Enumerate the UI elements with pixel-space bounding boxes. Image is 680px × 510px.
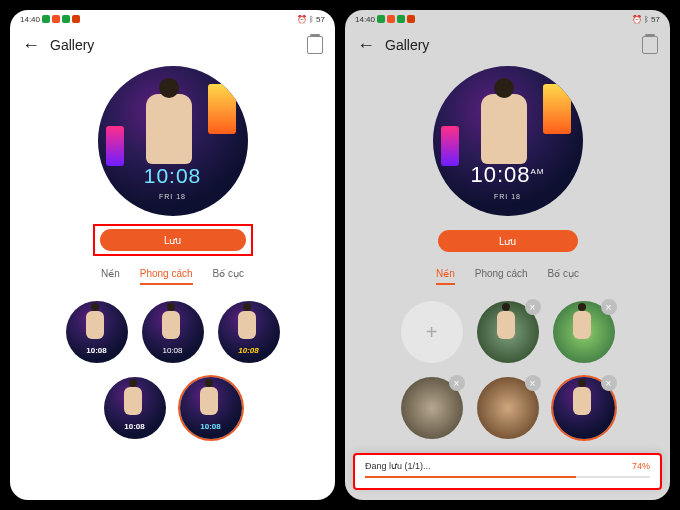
thumb-time: 10:08 (180, 422, 242, 431)
watchface-preview-wrap: 10:08 FRI 18 (10, 62, 335, 216)
tabs: Nền Phong cách Bố cục (10, 258, 335, 293)
tabs: Nền Phong cách Bố cục (345, 258, 670, 293)
save-wrap: Lưu (345, 216, 670, 258)
neon-decor (106, 126, 124, 166)
battery-icon: 57 (651, 15, 660, 24)
remove-bg-button[interactable]: × (449, 375, 465, 391)
plus-icon: + (426, 321, 438, 344)
status-icon (42, 15, 50, 23)
watchface-preview: 10:08 FRI 18 (98, 66, 248, 216)
thumb-time: 10:08 (104, 422, 166, 431)
save-button[interactable]: Lưu (438, 230, 578, 252)
page-title: Gallery (50, 37, 297, 53)
save-button[interactable]: Lưu (100, 229, 246, 251)
bg-thumb-wrap: × (553, 377, 615, 439)
bg-thumb-wrap: × (401, 377, 463, 439)
back-button[interactable]: ← (357, 35, 375, 56)
page-title: Gallery (385, 37, 632, 53)
thumb-time: 10:08 (142, 346, 204, 355)
tab-nen[interactable]: Nền (101, 268, 120, 285)
thumb-time: 10:08 (218, 346, 280, 355)
neon-decor (441, 126, 459, 166)
status-bar: 14:40 ⏰ ᛒ 57 (10, 10, 335, 28)
thumb-time: 10:08 (66, 346, 128, 355)
back-button[interactable]: ← (22, 35, 40, 56)
status-icon (62, 15, 70, 23)
tab-bocuc[interactable]: Bố cục (548, 268, 579, 285)
remove-bg-button[interactable]: × (525, 299, 541, 315)
battery-icon: 57 (316, 15, 325, 24)
alarm-icon: ⏰ (632, 15, 642, 24)
progress-label: Đang lưu (1/1)... (365, 461, 431, 471)
delete-button[interactable] (642, 36, 658, 54)
remove-bg-button[interactable]: × (601, 375, 617, 391)
remove-bg-button[interactable]: × (525, 375, 541, 391)
progress-percent: 74% (632, 461, 650, 471)
progress-fill (365, 476, 576, 478)
bg-thumb-wrap: × (477, 301, 539, 363)
highlight-annotation: Lưu (93, 224, 253, 256)
status-icon (72, 15, 80, 23)
neon-decor (543, 84, 571, 134)
status-icon (387, 15, 395, 23)
status-time: 14:40 (355, 15, 375, 24)
style-thumb[interactable]: 10:08 (142, 301, 204, 363)
clock-date: FRI 18 (98, 193, 248, 200)
background-thumbnails: + × × × × × (345, 293, 670, 447)
progress-bar (365, 476, 650, 478)
style-thumb-selected[interactable]: 10:08 (180, 377, 242, 439)
add-background-button[interactable]: + (401, 301, 463, 363)
style-thumbnails: 10:08 10:08 10:08 10:08 10:08 (10, 293, 335, 447)
person-figure (146, 94, 192, 164)
person-figure (481, 94, 527, 164)
remove-bg-button[interactable]: × (601, 299, 617, 315)
status-icon (397, 15, 405, 23)
tab-bocuc[interactable]: Bố cục (213, 268, 244, 285)
watchface-preview-wrap: 10:08AM FRI 18 (345, 62, 670, 216)
alarm-icon: ⏰ (297, 15, 307, 24)
delete-button[interactable] (307, 36, 323, 54)
clock-time: 10:08AM (433, 162, 583, 188)
status-icon (377, 15, 385, 23)
tab-phongcach[interactable]: Phong cách (475, 268, 528, 285)
phone-screen-left: 14:40 ⏰ ᛒ 57 ← Gallery 10:08 FRI 18 Lưu … (10, 10, 335, 500)
top-bar: ← Gallery (345, 28, 670, 62)
phone-screen-right: 14:40 ⏰ ᛒ 57 ← Gallery 10:08AM FRI 18 Lư… (345, 10, 670, 500)
status-time: 14:40 (20, 15, 40, 24)
saving-progress-sheet: Đang lưu (1/1)... 74% (353, 453, 662, 490)
bluetooth-icon: ᛒ (644, 15, 649, 24)
clock-time: 10:08 (98, 164, 248, 188)
style-thumb[interactable]: 10:08 (104, 377, 166, 439)
clock-date: FRI 18 (433, 193, 583, 200)
top-bar: ← Gallery (10, 28, 335, 62)
style-thumb[interactable]: 10:08 (66, 301, 128, 363)
status-icon (52, 15, 60, 23)
bluetooth-icon: ᛒ (309, 15, 314, 24)
status-icon (407, 15, 415, 23)
tab-phongcach[interactable]: Phong cách (140, 268, 193, 285)
watchface-preview: 10:08AM FRI 18 (433, 66, 583, 216)
bg-thumb-wrap: × (477, 377, 539, 439)
bg-thumb-wrap: × (553, 301, 615, 363)
tab-nen[interactable]: Nền (436, 268, 455, 285)
neon-decor (208, 84, 236, 134)
style-thumb[interactable]: 10:08 (218, 301, 280, 363)
status-bar: 14:40 ⏰ ᛒ 57 (345, 10, 670, 28)
